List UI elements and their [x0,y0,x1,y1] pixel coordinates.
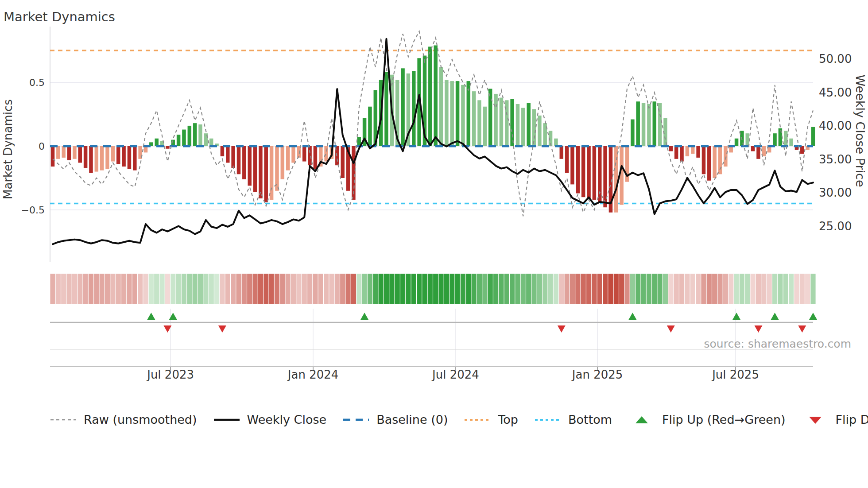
flip-up-icon [771,313,779,320]
marker-panel [50,309,813,371]
y-tick-right: 50.00 [819,52,852,66]
baseline-swatch-icon [342,413,370,426]
right-axis-ticks: 50.0045.0040.0035.0030.0025.00 [819,52,852,233]
x-tick-label: Jul 2025 [711,368,759,381]
x-tick-label: Jul 2024 [431,368,479,381]
legend-label-baseline: Baseline (0) [376,413,448,426]
flip-up-icon [732,313,740,320]
legend-label-raw: Raw (unsmoothed) [84,413,197,426]
legend-item-bottom: Bottom [534,413,612,426]
legend-label-bottom: Bottom [568,413,612,426]
raw-line [53,31,813,217]
legend-label-flip-down: Flip Down (Green→Red) [836,413,868,426]
x-tick-label: Jan 2025 [571,368,623,381]
legend-label-top: Top [498,413,518,426]
flip-up-markers [147,313,817,320]
flip-down-icon [798,325,806,333]
legend-item-raw: Raw (unsmoothed) [50,413,197,426]
legend-item-flip-down: Flip Down (Green→Red) [802,413,868,426]
y-tick-right: 40.00 [819,119,852,132]
flip-down-icon [754,325,762,333]
flip-up-icon [809,313,817,320]
legend-item-baseline: Baseline (0) [342,413,448,426]
y-tick-right: 25.00 [819,220,852,233]
raw-swatch-icon [50,413,77,426]
y-tick-left: 0.5 [29,77,45,88]
y-tick-right: 35.00 [819,153,852,166]
legend-label-close: Weekly Close [247,413,327,426]
market-dynamics-page: { "title": "Market Dynamics", "source": … [0,0,868,488]
close-swatch-icon [213,413,240,426]
legend-item-close: Weekly Close [213,413,327,426]
bottom-swatch-icon [534,413,562,426]
legend-item-top: Top [464,413,518,426]
legend-item-flip-up: Flip Up (Red→Green) [628,413,786,426]
y-tick-right: 30.00 [819,186,852,199]
heatmap-strip [50,274,815,304]
y-tick-left: 0 [39,141,45,152]
y-tick-right: 45.00 [819,86,852,99]
flip-up-icon [628,313,636,320]
legend-label-flip-up: Flip Up (Red→Green) [662,413,786,426]
x-tick-label: Jul 2023 [146,368,194,381]
flip-up-icon [147,313,155,320]
flip-down-markers [163,325,806,333]
flip-up-icon [360,313,368,320]
x-tick-label: Jan 2024 [287,368,339,381]
y-tick-left: −0.5 [21,205,45,216]
source-credit: source: sharemaestro.com [704,337,852,350]
left-axis-ticks: 0.50−0.5 [21,77,45,216]
flip-down-icon [667,325,675,333]
flip-down-icon [218,325,226,333]
weekly-close-line [53,39,813,244]
oscillator-bars [51,45,815,212]
top-swatch-icon [464,413,491,426]
flip-down-swatch-icon [802,413,829,426]
flip-down-icon [558,325,566,333]
legend: Raw (unsmoothed)Weekly CloseBaseline (0)… [50,413,864,426]
x-axis-ticks: Jul 2023Jan 2024Jul 2024Jan 2025Jul 2025 [146,368,759,381]
flip-up-swatch-icon [628,413,655,426]
